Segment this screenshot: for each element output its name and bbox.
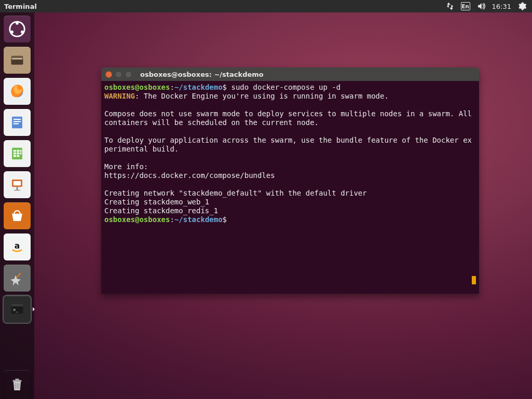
terminal-body[interactable]: osboxes@osboxes:~/stackdemo$ sudo docker… <box>101 81 479 294</box>
prompt-dollar: $ <box>223 83 231 91</box>
terminal-cursor <box>472 276 476 284</box>
svg-rect-28 <box>11 304 23 306</box>
clock[interactable]: 16:31 <box>492 3 511 10</box>
svg-rect-20 <box>17 155 19 157</box>
terminal-titlebar[interactable]: osboxes@osboxes: ~/stackdemo <box>101 67 479 81</box>
output-block-1: Compose does not use swarm mode to deplo… <box>104 109 476 127</box>
creating-line-0: Creating network "stackdemo_default" wit… <box>104 189 367 197</box>
output-block-2: To deploy your application across the sw… <box>104 136 472 153</box>
terminal-title: osboxes@osboxes: ~/stackdemo <box>140 71 264 78</box>
prompt2-colon: : <box>170 215 174 224</box>
prompt2-dollar: $ <box>223 215 231 224</box>
svg-rect-14 <box>17 150 19 152</box>
indicator-area: En 16:31 <box>445 2 532 11</box>
more-info-label: More info: <box>104 162 148 171</box>
svg-rect-24 <box>14 190 20 190</box>
launcher-writer[interactable] <box>4 109 31 136</box>
prompt2-path: ~/stackdemo <box>174 215 223 224</box>
launcher: a >_ <box>0 12 34 399</box>
svg-text:a: a <box>15 241 20 251</box>
launcher-firefox[interactable] <box>4 78 31 105</box>
launcher-trash[interactable] <box>4 370 31 399</box>
svg-rect-15 <box>20 150 22 152</box>
gear-icon[interactable] <box>517 2 527 11</box>
prompt-colon: : <box>170 83 174 91</box>
svg-rect-31 <box>15 379 19 381</box>
svg-rect-11 <box>13 123 19 124</box>
svg-rect-10 <box>13 121 21 122</box>
svg-rect-18 <box>20 153 22 155</box>
svg-rect-16 <box>13 153 16 155</box>
prompt2-user-host: osboxes@osboxes <box>104 215 170 224</box>
svg-rect-6 <box>12 58 22 60</box>
launcher-impress[interactable] <box>4 171 31 198</box>
launcher-terminal[interactable]: >_ <box>4 296 31 323</box>
svg-rect-19 <box>13 155 16 157</box>
svg-point-1 <box>16 22 19 25</box>
window-maximize-button[interactable] <box>125 71 132 78</box>
window-minimize-button[interactable] <box>115 71 122 78</box>
warning-label: WARNING <box>104 92 135 100</box>
sound-icon[interactable] <box>476 2 486 11</box>
launcher-amazon[interactable]: a <box>4 233 31 260</box>
svg-rect-23 <box>17 187 18 190</box>
prompt-user-host: osboxes@osboxes <box>104 83 170 91</box>
svg-rect-17 <box>17 153 19 155</box>
prompt-path: ~/stackdemo <box>174 83 223 91</box>
creating-line-2: Creating stackdemo_redis_1 <box>104 207 218 215</box>
active-app-title: Terminal <box>4 3 37 10</box>
top-panel: Terminal En 16:31 <box>0 0 532 12</box>
svg-rect-9 <box>13 119 21 120</box>
svg-rect-26 <box>16 272 21 279</box>
svg-point-2 <box>21 31 24 34</box>
svg-rect-5 <box>11 59 23 64</box>
creating-line-1: Creating stackdemo_web_1 <box>104 198 209 206</box>
window-close-button[interactable] <box>105 71 112 78</box>
svg-rect-8 <box>12 117 22 129</box>
launcher-settings[interactable] <box>4 265 31 292</box>
svg-point-3 <box>10 31 13 34</box>
svg-rect-13 <box>13 150 16 152</box>
terminal-window: osboxes@osboxes: ~/stackdemo osboxes@osb… <box>101 67 479 294</box>
warning-text: : The Docker Engine you're using is runn… <box>135 92 389 100</box>
network-icon[interactable] <box>445 2 455 11</box>
more-info-url: https://docs.docker.com/compose/bundles <box>104 171 275 180</box>
svg-text:>_: >_ <box>13 307 19 312</box>
launcher-dash[interactable] <box>4 16 31 43</box>
svg-rect-22 <box>13 181 21 186</box>
launcher-calc[interactable] <box>4 140 31 167</box>
launcher-software[interactable] <box>4 202 31 229</box>
launcher-files[interactable] <box>4 47 31 74</box>
command-text: sudo docker-compose up -d <box>231 83 340 91</box>
keyboard-indicator[interactable]: En <box>461 2 470 10</box>
